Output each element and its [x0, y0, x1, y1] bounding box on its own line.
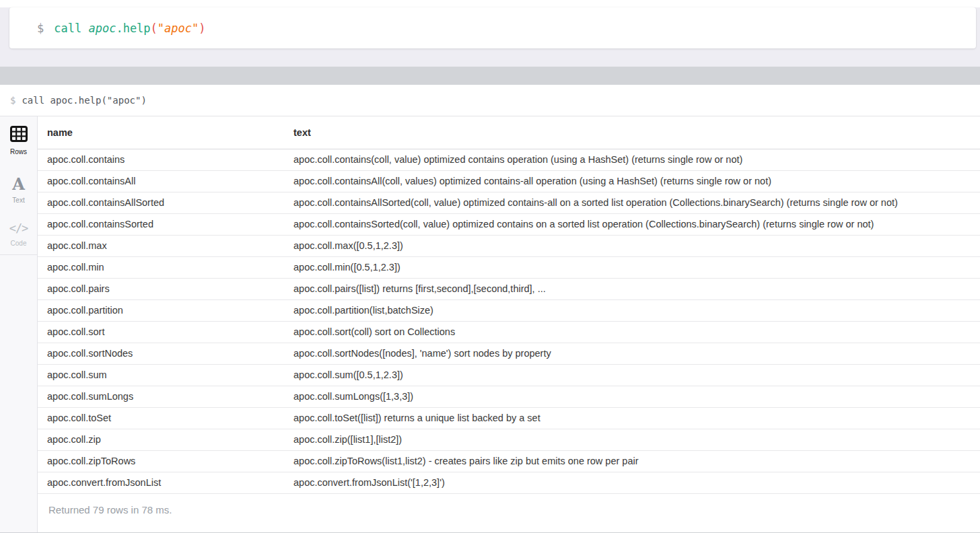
name-cell: apoc.coll.sort — [38, 321, 284, 343]
result-frame-body: Rows A Text </> Code nametext apoc.coll.… — [0, 116, 980, 532]
table-row: apoc.coll.sumLongsapoc.coll.sumLongs([1,… — [38, 386, 980, 407]
name-cell: apoc.coll.zip — [38, 429, 284, 450]
text-cell: apoc.coll.pairs([list]) returns [first,s… — [284, 278, 980, 299]
table-row: apoc.convert.fromJsonListapoc.convert.fr… — [38, 472, 980, 493]
name-cell: apoc.coll.min — [38, 256, 284, 278]
name-cell: apoc.coll.sortNodes — [38, 343, 284, 364]
table-row: apoc.coll.containsAllapoc.coll.containsA… — [38, 170, 980, 192]
token-proc: apoc — [88, 22, 116, 35]
token-keyword: . — [116, 22, 123, 35]
text-cell: apoc.coll.max([0.5,1,2.3]) — [284, 235, 980, 256]
table-row: apoc.coll.sortNodesapoc.coll.sortNodes([… — [38, 343, 980, 364]
column-header-name: name — [38, 116, 284, 149]
view-toggle-text[interactable]: A Text — [0, 176, 37, 204]
editor-prompt: $ — [37, 22, 44, 35]
text-cell: apoc.coll.partition(list,batchSize) — [284, 299, 980, 321]
name-cell: apoc.coll.sumLongs — [38, 386, 284, 407]
table-row: apoc.coll.containsSortedapoc.coll.contai… — [38, 213, 980, 235]
frame-title-bar: $ call apoc.help("apoc") — [0, 85, 980, 116]
name-cell: apoc.coll.containsSorted — [38, 213, 284, 235]
column-header-text: text — [284, 116, 980, 149]
table-row: apoc.coll.toSetapoc.coll.toSet([list]) r… — [38, 407, 980, 429]
text-cell: apoc.coll.toSet([list]) returns a unique… — [284, 407, 980, 429]
view-toggle-text-label: Text — [12, 197, 24, 204]
name-cell: apoc.coll.sum — [38, 364, 284, 386]
table-row: apoc.coll.sumapoc.coll.sum([0.5,1,2.3]) — [38, 364, 980, 386]
text-cell: apoc.coll.contains(coll, value) optimize… — [284, 149, 980, 170]
text-cell: apoc.convert.fromJsonList('[1,2,3]') — [284, 472, 980, 493]
name-cell: apoc.coll.partition — [38, 299, 284, 321]
table-row: apoc.coll.minapoc.coll.min([0.5,1,2.3]) — [38, 256, 980, 278]
letter-a-icon: A — [12, 176, 25, 193]
name-cell: apoc.coll.zipToRows — [38, 450, 284, 472]
frame-command[interactable]: call apoc.help("apoc") — [22, 95, 146, 106]
name-cell: apoc.convert.fromJsonList — [38, 472, 284, 493]
name-cell: apoc.coll.pairs — [38, 278, 284, 299]
text-cell: apoc.coll.sumLongs([1,3,3]) — [284, 386, 980, 407]
text-cell: apoc.coll.sum([0.5,1,2.3]) — [284, 364, 980, 386]
table-row: apoc.coll.zipapoc.coll.zip([list1],[list… — [38, 429, 980, 450]
table-row: apoc.coll.zipToRowsapoc.coll.zipToRows(l… — [38, 450, 980, 472]
table-row: apoc.coll.partitionapoc.coll.partition(l… — [38, 299, 980, 321]
table-header-row: nametext — [38, 116, 980, 149]
text-cell: apoc.coll.zip([list1],[list2]) — [284, 429, 980, 450]
table-grid-icon — [10, 126, 28, 145]
name-cell: apoc.coll.max — [38, 235, 284, 256]
token-string: "apoc" — [158, 22, 199, 35]
text-cell: apoc.coll.min([0.5,1,2.3]) — [284, 256, 980, 278]
text-cell: apoc.coll.zipToRows(list1,list2) - creat… — [284, 450, 980, 472]
name-cell: apoc.coll.containsAll — [38, 170, 284, 192]
text-cell: apoc.coll.sortNodes([nodes], 'name') sor… — [284, 343, 980, 364]
table-row: apoc.coll.containsAllSortedapoc.coll.con… — [38, 192, 980, 213]
token-keyword: help — [123, 22, 151, 35]
results-table: nametext apoc.coll.containsapoc.coll.con… — [38, 116, 980, 494]
view-toggle-rows[interactable]: Rows — [0, 116, 37, 155]
name-cell: apoc.coll.toSet — [38, 407, 284, 429]
view-toggle-code-label: Code — [11, 240, 27, 247]
text-cell: apoc.coll.sort(coll) sort on Collections — [284, 321, 980, 343]
frame-prompt: $ — [10, 95, 15, 106]
cypher-editor[interactable]: $ call apoc.help("apoc") — [9, 7, 976, 48]
name-cell: apoc.coll.containsAllSorted — [38, 192, 284, 213]
token-paren: ( — [151, 22, 158, 35]
text-cell: apoc.coll.containsAll(coll, values) opti… — [284, 170, 980, 192]
token-paren: ) — [199, 22, 205, 35]
frame-separator — [0, 67, 980, 85]
token-keyword: call — [54, 22, 88, 35]
text-cell: apoc.coll.containsSorted(coll, value) op… — [284, 213, 980, 235]
text-cell: apoc.coll.containsAllSorted(coll, value)… — [284, 192, 980, 213]
table-row: apoc.coll.sortapoc.coll.sort(coll) sort … — [38, 321, 980, 343]
results-area: nametext apoc.coll.containsapoc.coll.con… — [38, 116, 980, 532]
view-mode-sidebar: Rows A Text </> Code — [0, 116, 38, 532]
status-text: Returned 79 rows in 78 ms. — [38, 494, 980, 516]
view-toggle-code[interactable]: </> Code — [0, 220, 37, 247]
table-row: apoc.coll.pairsapoc.coll.pairs([list]) r… — [38, 278, 980, 299]
table-row: apoc.coll.maxapoc.coll.max([0.5,1,2.3]) — [38, 235, 980, 256]
table-row: apoc.coll.containsapoc.coll.contains(col… — [38, 149, 980, 170]
editor-bar: $ call apoc.help("apoc") — [0, 7, 980, 67]
name-cell: apoc.coll.contains — [38, 149, 284, 170]
sidebar-divider — [0, 254, 37, 255]
cypher-command: call apoc.help("apoc") — [54, 22, 205, 35]
code-brackets-icon: </> — [9, 220, 28, 236]
view-toggle-rows-label: Rows — [10, 148, 27, 155]
